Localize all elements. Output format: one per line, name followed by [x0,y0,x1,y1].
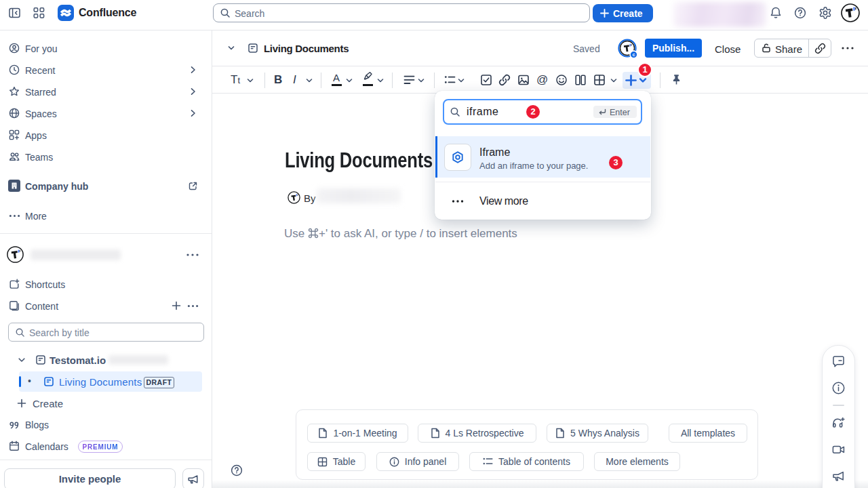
svg-text:c: c [632,52,635,58]
